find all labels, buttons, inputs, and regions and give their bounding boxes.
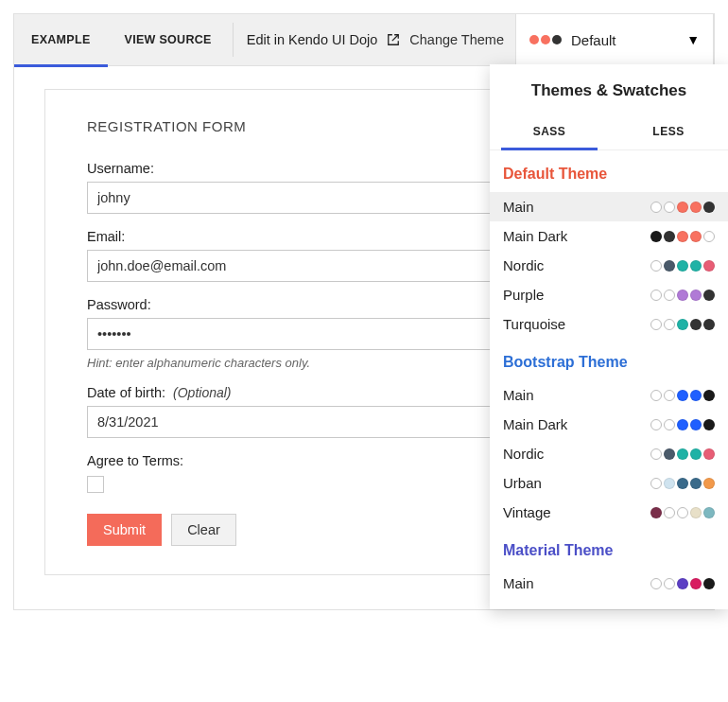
submit-button[interactable]: Submit: [87, 514, 162, 546]
tab-example[interactable]: EXAMPLE: [14, 13, 108, 66]
swatch-name: Main: [503, 199, 534, 215]
dob-label-text: Date of birth:: [87, 385, 165, 400]
chevron-down-icon: ▼: [686, 32, 700, 47]
swatch-row[interactable]: Nordic: [490, 251, 728, 280]
swatch-name: Main Dark: [503, 228, 567, 244]
swatch-dots: [650, 231, 715, 242]
swatch-dots: [650, 478, 715, 489]
swatch-row[interactable]: Main Dark: [490, 410, 728, 439]
swatch-dots: [650, 507, 715, 518]
swatch-row[interactable]: Main: [490, 192, 728, 221]
swatch-name: Nordic: [503, 257, 544, 273]
popover-body[interactable]: Default ThemeMainMain DarkNordicPurpleTu…: [490, 150, 728, 609]
theme-section-title: Default Theme: [490, 150, 728, 192]
toolbar: EXAMPLE VIEW SOURCE Edit in Kendo UI Doj…: [13, 13, 715, 66]
tab-view-source[interactable]: VIEW SOURCE: [108, 13, 229, 66]
swatch-name: Urban: [503, 475, 542, 491]
tab-view-source-label: VIEW SOURCE: [125, 33, 212, 46]
theme-section-title: Bootstrap Theme: [490, 339, 728, 380]
swatch-dots: [650, 578, 715, 589]
swatch-dots: [650, 448, 715, 460]
swatch-row[interactable]: Turquoise: [490, 309, 728, 339]
swatch-name: Nordic: [503, 446, 544, 462]
swatch-dots: [650, 260, 715, 272]
external-link-icon: [387, 33, 400, 46]
theme-selector[interactable]: Default ▼: [515, 13, 714, 66]
swatch-dots: [650, 202, 715, 213]
swatch-row[interactable]: Main Dark: [490, 221, 728, 251]
swatch-dots: [650, 390, 715, 401]
swatch-name: Purple: [503, 287, 544, 303]
theme-section-title: Material Theme: [490, 527, 728, 569]
popover-tabs: SASS LESS: [490, 114, 728, 150]
popover-tab-less[interactable]: LESS: [609, 114, 728, 149]
swatch-name: Turquoise: [503, 316, 565, 332]
popover-tab-sass[interactable]: SASS: [490, 114, 609, 149]
change-theme-label: Change Theme: [409, 32, 504, 47]
themes-popover: Themes & Swatches SASS LESS Default Them…: [490, 64, 728, 609]
swatch-row[interactable]: Vintage: [490, 498, 728, 527]
swatch-row[interactable]: Nordic: [490, 439, 728, 468]
swatch-dots: [650, 419, 715, 430]
swatch-dots: [650, 319, 715, 330]
dob-optional-text: (Optional): [173, 385, 231, 400]
edit-in-dojo-label: Edit in Kendo UI Dojo: [247, 32, 378, 47]
tab-example-label: EXAMPLE: [31, 33, 91, 46]
theme-selector-swatch-dots: [529, 35, 562, 44]
theme-selector-name: Default: [571, 32, 616, 48]
swatch-name: Main Dark: [503, 416, 567, 432]
swatch-row[interactable]: Main: [490, 569, 728, 598]
swatch-dots: [650, 290, 715, 301]
agree-checkbox[interactable]: [87, 476, 104, 493]
edit-in-dojo-link[interactable]: Edit in Kendo UI Dojo: [233, 23, 401, 57]
clear-button[interactable]: Clear: [171, 514, 236, 546]
popover-tab-sass-label: SASS: [533, 125, 566, 138]
swatch-row[interactable]: Urban: [490, 468, 728, 498]
swatch-name: Vintage: [503, 504, 551, 520]
popover-tab-less-label: LESS: [652, 125, 684, 138]
swatch-row[interactable]: Purple: [490, 280, 728, 309]
swatch-row[interactable]: Main: [490, 380, 728, 410]
swatch-name: Main: [503, 387, 534, 403]
popover-title: Themes & Swatches: [490, 64, 728, 114]
swatch-name: Main: [503, 575, 534, 591]
